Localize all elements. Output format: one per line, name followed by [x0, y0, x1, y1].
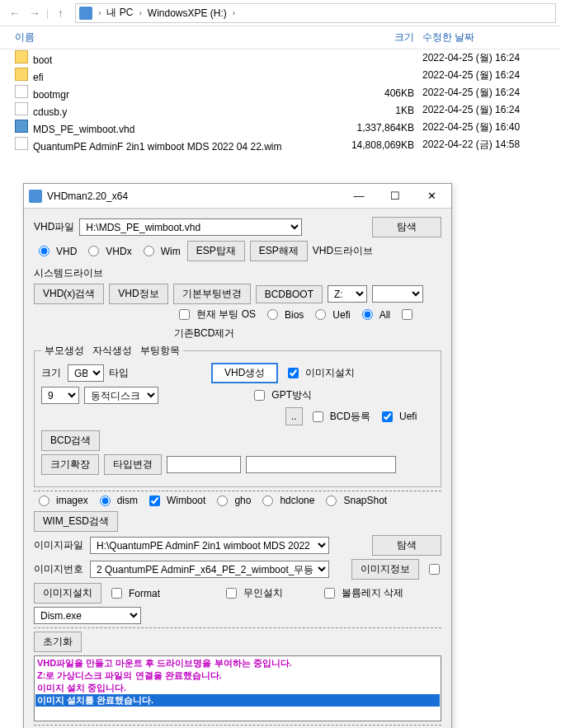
imagex-radio[interactable] [39, 496, 50, 506]
file-row[interactable]: MDS_PE_wimboot.vhd1,337,864KB2022-04-25 … [0, 119, 561, 136]
vhdx-radio[interactable] [88, 246, 99, 256]
image-install-button[interactable]: 이미지설치 [34, 583, 101, 604]
folder-icon [15, 68, 28, 81]
wim-esd-search-button[interactable]: WIM_ESD검색 [34, 511, 118, 532]
maximize-button[interactable]: ☐ [377, 185, 413, 208]
browse-button[interactable]: 탐색 [372, 217, 441, 237]
hdclone-radio[interactable] [262, 496, 273, 506]
divider [34, 627, 441, 628]
vhd-search-button[interactable]: VHD(x)검색 [34, 284, 104, 304]
sys-drive-label: 시스템드라이브 [34, 266, 103, 280]
size-expand-button[interactable]: 크기확장 [41, 454, 99, 475]
all-radio[interactable] [362, 309, 373, 320]
folder-icon [15, 50, 28, 63]
clear-volflag-check[interactable] [324, 588, 335, 599]
image-info-check[interactable] [429, 564, 440, 575]
size-label: 크기 [41, 366, 61, 380]
crumb-drive[interactable]: WindowsXPE (H:) [144, 7, 230, 19]
field1[interactable] [167, 456, 241, 473]
file-row[interactable]: QuantumPE AdminF 2in1 wimboot MDS 2022 0… [0, 136, 561, 153]
dotdot-button[interactable]: .. [285, 407, 303, 425]
reset-button[interactable]: 초기화 [34, 632, 82, 652]
uefi-radio[interactable] [315, 309, 326, 320]
col-name[interactable]: 이름 [15, 31, 340, 45]
chevron-icon: › [96, 8, 103, 17]
esp-mount-button[interactable]: ESP탑재 [187, 241, 245, 261]
gpt-check[interactable] [254, 390, 265, 401]
app-icon [29, 190, 42, 203]
file-name: boot [33, 54, 52, 66]
unattend-check[interactable] [226, 588, 237, 599]
vhd-file-label: VHD파일 [34, 220, 74, 234]
vhd-radio[interactable] [39, 246, 50, 256]
snapshot-radio[interactable] [326, 496, 337, 506]
file-row[interactable]: bootmgr406KB2022-04-25 (월) 16:24 [0, 84, 561, 101]
gen-fieldset: 부모생성 자식생성 부팅항목 크기 GB 타입 VHD생성 이미지설치 9 동적… [34, 344, 441, 487]
log-box: VHD파일을 만들고 마운트 후 드라이브명을 부여하는 중입니다. Z:로 가… [34, 655, 441, 721]
vhd-drive-label: VHD드라이브 [313, 244, 373, 258]
type-label: 타입 [109, 366, 129, 380]
image-browse-button[interactable]: 탐색 [372, 535, 441, 556]
file-icon [15, 102, 28, 115]
file-date: 2022-04-22 (금) 14:58 [422, 138, 546, 152]
chevron-icon: › [230, 8, 238, 17]
minimize-button[interactable]: — [341, 185, 377, 208]
bios-radio[interactable] [267, 309, 278, 320]
file-size: 1,337,864KB [340, 122, 422, 134]
file-date: 2022-04-25 (월) 16:24 [422, 103, 546, 117]
bcd-search-button[interactable]: BCD검색 [41, 430, 100, 451]
rm-bcd-check[interactable] [402, 309, 412, 320]
format-check[interactable] [111, 588, 122, 599]
type-change-button[interactable]: 타입변경 [104, 454, 162, 475]
image-no-select[interactable]: 2 QuantumPE AdminF_x64_PE_2_wimboot_무등산 [90, 561, 329, 578]
vhd-info-button[interactable]: VHD정보 [109, 284, 167, 304]
col-date[interactable]: 수정한 날짜 [422, 31, 546, 45]
size-unit-select[interactable]: GB [68, 364, 104, 382]
file-name: bootmgr [33, 89, 69, 101]
breadcrumb[interactable]: › 내 PC › WindowsXPE (H:) › [75, 3, 556, 23]
bcdboot-button[interactable]: BCDBOOT [256, 285, 323, 303]
close-button[interactable]: ✕ [413, 185, 450, 208]
file-date: 2022-04-25 (월) 16:24 [422, 51, 546, 65]
divider [34, 725, 441, 726]
file-date: 2022-04-25 (월) 16:24 [422, 68, 546, 82]
file-size: 406KB [340, 87, 422, 99]
dism-radio[interactable] [100, 496, 111, 506]
file-size: 1KB [340, 105, 422, 116]
dism-exe-select[interactable]: Dism.exe [34, 607, 141, 624]
wimboot-check[interactable] [149, 496, 160, 506]
field2[interactable] [246, 456, 396, 473]
img-install-check[interactable] [288, 368, 299, 378]
bcd-reg-check[interactable] [313, 411, 323, 422]
wim-icon [15, 137, 28, 150]
gho-radio[interactable] [217, 496, 228, 506]
disk-type-select[interactable]: 동적디스크 [84, 387, 158, 404]
nav-up[interactable]: ↑ [50, 3, 70, 23]
wim-radio[interactable] [144, 246, 154, 256]
image-info-button[interactable]: 이미지정보 [351, 559, 419, 580]
nav-back[interactable]: ← [5, 3, 25, 23]
file-size: 14,808,069KB [340, 139, 422, 151]
file-date: 2022-04-25 (월) 16:40 [422, 120, 546, 134]
image-file-select[interactable]: H:\QuantumPE AdminF 2in1 wimboot MDS 202… [90, 537, 329, 554]
file-row[interactable]: efi2022-04-25 (월) 16:24 [0, 67, 561, 84]
base-boot-button[interactable]: 기본부팅변경 [173, 284, 251, 304]
uefi2-check[interactable] [382, 411, 393, 422]
cur-boot-os-check[interactable] [179, 309, 190, 320]
file-name: QuantumPE AdminF 2in1 wimboot MDS 2022 0… [33, 141, 281, 153]
vhd-drive-select[interactable]: Z: [328, 285, 367, 303]
file-row[interactable]: cdusb.y1KB2022-04-25 (월) 16:24 [0, 101, 561, 119]
size-value-select[interactable]: 9 [41, 387, 79, 404]
vhd-icon [15, 120, 28, 133]
sys-drive-select[interactable] [372, 285, 423, 303]
vhd-file-select[interactable]: H:\MDS_PE_wimboot.vhd [79, 218, 302, 236]
col-size[interactable]: 크기 [340, 31, 422, 45]
pc-icon [79, 7, 92, 20]
file-name: cdusb.y [33, 106, 67, 118]
nav-forward[interactable]: → [25, 3, 45, 23]
image-file-label: 이미지파일 [34, 538, 83, 552]
esp-unmount-button[interactable]: ESP해제 [250, 241, 308, 261]
crumb-pc[interactable]: 내 PC [103, 6, 136, 20]
file-row[interactable]: boot2022-04-25 (월) 16:24 [0, 49, 561, 67]
vhd-gen-button[interactable]: VHD생성 [211, 363, 278, 383]
